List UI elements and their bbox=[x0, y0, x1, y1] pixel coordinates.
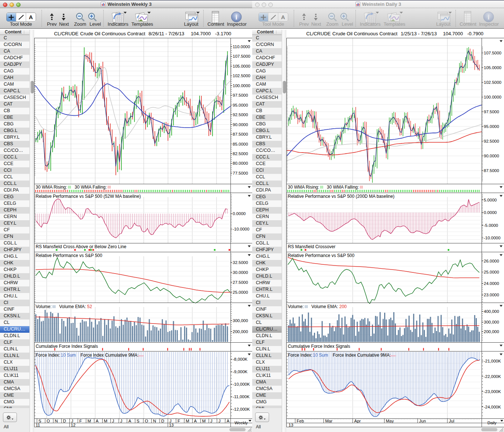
svg-text:Jul: Jul bbox=[449, 419, 454, 423]
svg-text:Volume EMA:: Volume EMA: bbox=[311, 304, 338, 309]
svg-text:Relative Performance vs S&P 50: Relative Performance vs S&P 500 (52W MA … bbox=[36, 194, 141, 199]
svg-text:RS Mansfield Crossover: RS Mansfield Crossover bbox=[288, 244, 335, 249]
svg-text:A: A bbox=[226, 419, 229, 423]
svg-text:1/25/13 - 7/26/13: 1/25/13 - 7/26/13 bbox=[401, 31, 437, 36]
svg-text:A: A bbox=[194, 419, 197, 423]
svg-text:Mar: Mar bbox=[325, 419, 333, 423]
svg-text:0.0000: 0.0000 bbox=[233, 211, 246, 216]
svg-text:-23,000K: -23,000K bbox=[484, 389, 501, 394]
svg-text:90.0000: 90.0000 bbox=[233, 122, 248, 127]
svg-text:M: M bbox=[87, 419, 91, 423]
svg-text:10 Sum: 10 Sum bbox=[61, 353, 76, 358]
svg-text:J: J bbox=[210, 419, 212, 423]
svg-text:30.0000: 30.0000 bbox=[233, 270, 248, 275]
svg-text:F: F bbox=[79, 419, 82, 423]
svg-text:300,000: 300,000 bbox=[484, 320, 499, 324]
svg-text:Relative Performance vs S&P 50: Relative Performance vs S&P 500 bbox=[288, 253, 355, 258]
svg-text:30 WMA Rising:: 30 WMA Rising: bbox=[288, 185, 319, 190]
svg-text:M: M bbox=[186, 419, 189, 423]
svg-text:200,000: 200,000 bbox=[233, 329, 248, 334]
svg-text:95.0000: 95.0000 bbox=[484, 124, 499, 129]
svg-text:Cumulative Force Index Signals: Cumulative Force Index Signals bbox=[36, 344, 98, 349]
svg-text:Volume:: Volume: bbox=[288, 304, 304, 309]
svg-text:13: 13 bbox=[169, 423, 174, 427]
svg-text:Force Index:: Force Index: bbox=[288, 353, 312, 358]
svg-text:-12,000K: -12,000K bbox=[233, 407, 250, 411]
svg-text:S: S bbox=[39, 419, 42, 423]
svg-text:97.5000: 97.5000 bbox=[233, 93, 248, 97]
svg-text:27.5000: 27.5000 bbox=[233, 280, 248, 285]
svg-text:Cumulative Force Index Signals: Cumulative Force Index Signals bbox=[288, 344, 350, 349]
svg-text:25.0000: 25.0000 bbox=[484, 270, 499, 274]
svg-text:O: O bbox=[145, 419, 148, 423]
svg-text:102.5000: 102.5000 bbox=[233, 74, 250, 78]
svg-text:-24,000K: -24,000K bbox=[484, 405, 501, 409]
svg-text:100.0000: 100.0000 bbox=[233, 83, 250, 88]
svg-text:200,000: 200,000 bbox=[484, 329, 499, 334]
svg-text:-9,000K: -9,000K bbox=[233, 369, 248, 374]
svg-text:30 WMA Rising:: 30 WMA Rising: bbox=[36, 185, 67, 190]
svg-text:30 WMA Falling:: 30 WMA Falling: bbox=[327, 185, 359, 190]
svg-text:200: 200 bbox=[339, 304, 347, 309]
svg-text:11: 11 bbox=[36, 423, 40, 427]
svg-text:-22,000K: -22,000K bbox=[484, 374, 501, 379]
svg-text:300,000: 300,000 bbox=[233, 318, 248, 323]
svg-text:-8,000K: -8,000K bbox=[233, 357, 248, 361]
svg-text:-11,000K: -11,000K bbox=[233, 394, 250, 399]
svg-text:M: M bbox=[202, 419, 206, 423]
svg-text:97.5000: 97.5000 bbox=[484, 110, 499, 114]
svg-text:CL/CRUDE: CL/CRUDE bbox=[54, 31, 79, 36]
svg-text:10 Sum: 10 Sum bbox=[313, 353, 328, 358]
svg-text:i: i bbox=[235, 13, 237, 21]
svg-text:A: A bbox=[128, 419, 131, 423]
svg-text:CL/CRUDE: CL/CRUDE bbox=[306, 31, 331, 36]
svg-text:13: 13 bbox=[289, 423, 293, 427]
svg-text:Volume EMA:: Volume EMA: bbox=[59, 304, 86, 309]
svg-text:Crude Oil Continuous Contract: Crude Oil Continuous Contract bbox=[80, 31, 145, 36]
svg-text:Feb: Feb bbox=[297, 419, 304, 423]
svg-text:107.5000: 107.5000 bbox=[484, 51, 501, 55]
svg-text:92.5000: 92.5000 bbox=[484, 139, 499, 143]
svg-text:90.0000: 90.0000 bbox=[484, 154, 499, 158]
svg-text:77.5000: 77.5000 bbox=[233, 171, 248, 175]
svg-text:82.5000: 82.5000 bbox=[233, 151, 248, 156]
svg-text:5.0000: 5.0000 bbox=[484, 198, 497, 202]
svg-text:J: J bbox=[169, 419, 172, 423]
svg-text:-0.7900: -0.7900 bbox=[467, 31, 483, 36]
svg-text:95.0000: 95.0000 bbox=[233, 103, 248, 107]
svg-text:32.5000: 32.5000 bbox=[233, 260, 248, 265]
svg-text:J: J bbox=[120, 419, 122, 423]
svg-text:80.0000: 80.0000 bbox=[233, 161, 248, 165]
svg-text:J: J bbox=[218, 419, 221, 423]
svg-text:-3.1700: -3.1700 bbox=[215, 31, 231, 36]
svg-text:Apr: Apr bbox=[354, 419, 361, 423]
svg-text:8/26/11 - 7/26/13: 8/26/11 - 7/26/13 bbox=[149, 31, 184, 36]
svg-text:N: N bbox=[153, 419, 156, 423]
svg-text:104.7000: 104.7000 bbox=[191, 31, 211, 36]
svg-text:Weekly: Weekly bbox=[235, 421, 248, 425]
svg-text:D: D bbox=[161, 419, 164, 423]
svg-text:Daily: Daily bbox=[487, 421, 497, 425]
svg-text:26.0000: 26.0000 bbox=[484, 259, 499, 263]
svg-text:J: J bbox=[71, 419, 74, 423]
svg-text:-5.0000: -5.0000 bbox=[484, 223, 498, 228]
svg-text:-10,000K: -10,000K bbox=[233, 382, 250, 386]
svg-text:Crude Oil Continuous Contract: Crude Oil Continuous Contract bbox=[332, 31, 397, 36]
svg-text:23.0000: 23.0000 bbox=[484, 293, 499, 297]
svg-text:85.0000: 85.0000 bbox=[233, 142, 248, 146]
svg-text:92.5000: 92.5000 bbox=[233, 113, 248, 117]
svg-text:102.5000: 102.5000 bbox=[484, 80, 501, 85]
svg-text:87.5000: 87.5000 bbox=[484, 168, 499, 173]
svg-text:Relative Performance vs S&P 50: Relative Performance vs S&P 500 (200D MA… bbox=[288, 194, 394, 199]
svg-text:A: A bbox=[96, 419, 99, 423]
svg-text:24.0000: 24.0000 bbox=[484, 281, 499, 286]
svg-text:Force Index:: Force Index: bbox=[36, 353, 60, 358]
svg-text:i: i bbox=[487, 13, 489, 21]
svg-text:110.0000: 110.0000 bbox=[233, 44, 250, 49]
svg-text:May: May bbox=[386, 419, 394, 423]
svg-text:RS Mansfield Cross Above or Be: RS Mansfield Cross Above or Below Zero L… bbox=[36, 244, 126, 249]
svg-text:Relative Performance vs S&P 50: Relative Performance vs S&P 500 bbox=[36, 253, 103, 258]
svg-text:-21,000K: -21,000K bbox=[484, 359, 501, 363]
svg-text:400,000: 400,000 bbox=[484, 309, 499, 314]
svg-text:-10.0000: -10.0000 bbox=[233, 227, 249, 231]
